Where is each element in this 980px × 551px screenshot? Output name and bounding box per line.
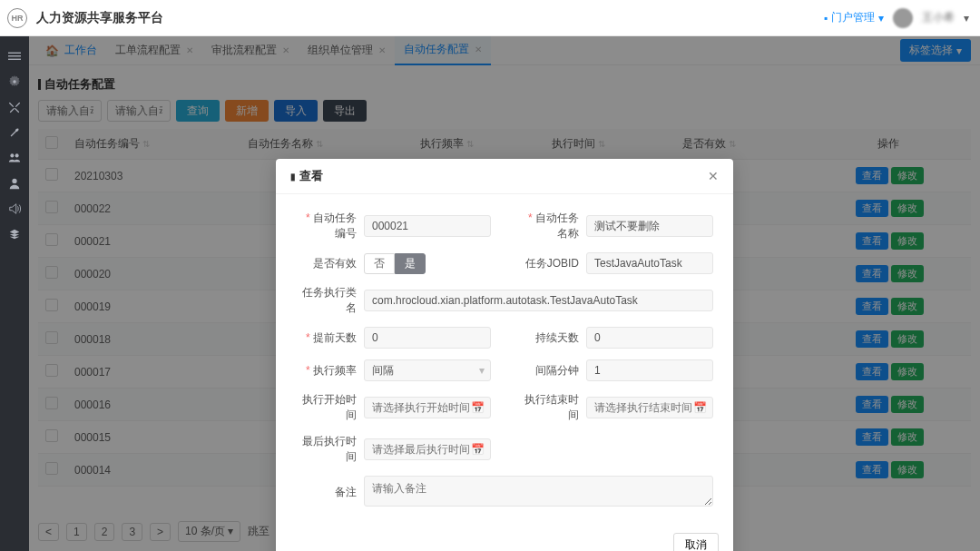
- cancel-button[interactable]: 取消: [673, 533, 719, 551]
- remark-field[interactable]: [364, 476, 713, 507]
- freq-select[interactable]: [364, 359, 491, 381]
- svg-point-4: [10, 153, 14, 157]
- interval-field[interactable]: [586, 359, 713, 381]
- layers-icon[interactable]: [0, 221, 29, 247]
- users-icon[interactable]: [0, 145, 29, 171]
- valid-radio[interactable]: 否是: [364, 253, 491, 274]
- app-logo: HR: [7, 8, 27, 28]
- svg-rect-1: [8, 55, 21, 56]
- chevron-down-icon: ▾: [964, 12, 969, 25]
- user-name[interactable]: 王小希: [922, 10, 955, 25]
- wrench-icon[interactable]: [0, 120, 29, 145]
- class-field[interactable]: [364, 290, 713, 311]
- app-title: 人力资源共享服务平台: [36, 10, 163, 26]
- chevron-down-icon: ▾: [479, 364, 485, 377]
- user-icon[interactable]: [0, 171, 29, 196]
- close-icon[interactable]: ✕: [708, 169, 719, 183]
- speaker-icon[interactable]: [0, 196, 29, 221]
- jobid-field[interactable]: [586, 252, 713, 274]
- calendar-icon: 📅: [693, 401, 707, 414]
- header: HR 人力资源共享服务平台 ▪ 门户管理 ▾ 王小希 ▾: [0, 0, 980, 36]
- gear-icon[interactable]: [0, 69, 29, 94]
- tools-icon[interactable]: [0, 94, 29, 120]
- code-field[interactable]: [364, 215, 491, 237]
- calendar-icon: 📅: [471, 443, 485, 456]
- svg-point-5: [15, 153, 19, 157]
- dur-days-field[interactable]: [586, 327, 713, 349]
- name-field[interactable]: [586, 215, 713, 237]
- menu-icon[interactable]: [0, 44, 29, 69]
- pre-days-field[interactable]: [364, 327, 491, 349]
- svg-point-6: [12, 179, 16, 183]
- sidebar: [0, 36, 29, 551]
- modal-title: 查看: [290, 168, 323, 184]
- view-modal: 查看 ✕ 自动任务编号 自动任务名称 是否有效否是 任务JOBID 任务执行类名: [276, 159, 733, 551]
- svg-rect-0: [8, 53, 21, 54]
- svg-rect-2: [8, 59, 21, 60]
- portal-menu[interactable]: ▪ 门户管理 ▾: [824, 10, 884, 25]
- calendar-icon: 📅: [471, 401, 485, 414]
- avatar[interactable]: [893, 8, 913, 28]
- modal-mask[interactable]: 查看 ✕ 自动任务编号 自动任务名称 是否有效否是 任务JOBID 任务执行类名: [29, 36, 980, 551]
